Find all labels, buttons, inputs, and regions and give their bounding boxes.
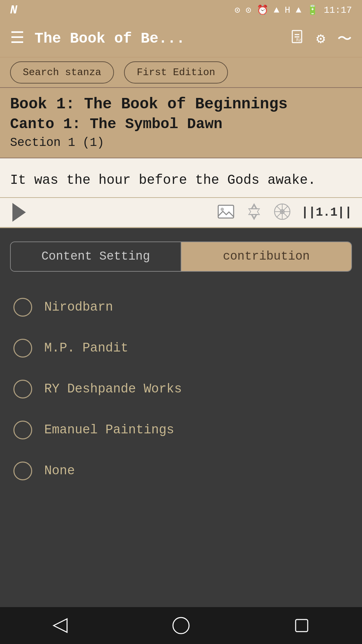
content-area: It was the hour before the Gods awake. xyxy=(0,158,362,198)
svg-marker-18 xyxy=(54,619,67,632)
search-stanza-button[interactable]: Search stanza xyxy=(10,61,114,84)
dharma-wheel-icon[interactable] xyxy=(273,203,291,222)
tab-contribution[interactable]: contribution xyxy=(181,242,351,271)
search-bar: Search stanza First Edition xyxy=(0,57,362,87)
radio-label-emanuel: Emanuel Paintings xyxy=(44,423,174,437)
tab-content-setting[interactable]: Content Setting xyxy=(11,242,181,271)
first-edition-button[interactable]: First Edition xyxy=(124,61,228,84)
status-icon-circle: ⊙ xyxy=(246,4,251,16)
radio-item-none[interactable]: None xyxy=(10,452,352,490)
radio-item-mp-pandit[interactable]: M.P. Pandit xyxy=(10,329,352,367)
chart-icon[interactable]: 〜 xyxy=(337,29,352,49)
section-ref: ||1.1|| xyxy=(301,206,352,219)
bookmark-icon[interactable]: Rz xyxy=(290,29,304,48)
svg-point-19 xyxy=(173,618,189,634)
status-battery: 🔋 xyxy=(307,4,318,16)
radio-label-none: None xyxy=(44,464,75,478)
status-time: 11:17 xyxy=(324,5,352,15)
svg-point-5 xyxy=(221,208,224,211)
book-canto: Canto 1: The Symbol Dawn xyxy=(10,115,352,134)
app-title: The Book of Be... xyxy=(35,30,280,47)
status-bar: N ⊙ ⊙ ⏰ ▲ H ▲ 🔋 11:17 xyxy=(0,0,362,20)
radio-label-ry-deshpande: RY Deshpande Works xyxy=(44,382,182,396)
status-bar-right: ⊙ ⊙ ⏰ ▲ H ▲ 🔋 11:17 xyxy=(235,4,352,16)
content-text: It was the hour before the Gods awake. xyxy=(10,170,352,191)
radio-circle-none xyxy=(13,462,32,480)
top-bar: ☰ The Book of Be... Rz ⚙ 〜 xyxy=(0,20,362,57)
book-section: Section 1 (1) xyxy=(10,136,352,150)
book-title: Book 1: The Book of Beginnings xyxy=(10,95,352,115)
status-h: H xyxy=(285,5,290,15)
status-signal2: ▲ xyxy=(296,5,301,15)
play-triangle-icon xyxy=(12,203,26,222)
content-toolbar: ||1.1|| xyxy=(0,198,362,228)
app-logo: N xyxy=(10,3,17,17)
book-header: Book 1: The Book of Beginnings Canto 1: … xyxy=(0,87,362,158)
image-icon[interactable] xyxy=(217,203,235,222)
radio-label-nirodbarn: Nirodbarn xyxy=(44,300,113,314)
top-bar-icons: Rz ⚙ 〜 xyxy=(290,29,352,49)
radio-item-ry-deshpande[interactable]: RY Deshpande Works xyxy=(10,370,352,408)
status-icon-alarm: ⏰ xyxy=(257,4,268,16)
radio-label-mp-pandit: M.P. Pandit xyxy=(44,341,128,355)
radio-list: Nirodbarn M.P. Pandit RY Deshpande Works… xyxy=(10,288,352,490)
play-button[interactable] xyxy=(10,203,28,221)
radio-item-nirodbarn[interactable]: Nirodbarn xyxy=(10,288,352,326)
svg-rect-20 xyxy=(296,620,308,632)
menu-icon[interactable]: ☰ xyxy=(10,31,24,47)
radio-item-emanuel[interactable]: Emanuel Paintings xyxy=(10,411,352,449)
status-icon-hotspot: ⊙ xyxy=(235,4,240,16)
nav-bar xyxy=(0,607,362,644)
radio-circle-ry-deshpande xyxy=(13,380,32,398)
svg-marker-6 xyxy=(249,204,259,219)
svg-rect-4 xyxy=(218,205,234,218)
tab-switcher: Content Setting contribution xyxy=(10,241,352,272)
toolbar-icons-right: ||1.1|| xyxy=(217,203,352,222)
settings-icon[interactable]: ⚙ xyxy=(316,30,325,48)
star-of-david-icon[interactable] xyxy=(245,203,263,222)
bottom-panel: Content Setting contribution Nirodbarn M… xyxy=(0,228,362,607)
svg-rect-9 xyxy=(250,209,258,214)
recents-button[interactable] xyxy=(288,612,315,639)
home-button[interactable] xyxy=(168,612,194,639)
radio-circle-nirodbarn xyxy=(13,298,32,317)
svg-text:Rz: Rz xyxy=(296,38,301,42)
radio-circle-emanuel xyxy=(13,421,32,439)
status-signal: ▲ xyxy=(274,5,280,15)
back-button[interactable] xyxy=(47,612,74,639)
status-bar-left: N xyxy=(10,3,17,17)
radio-circle-mp-pandit xyxy=(13,339,32,358)
